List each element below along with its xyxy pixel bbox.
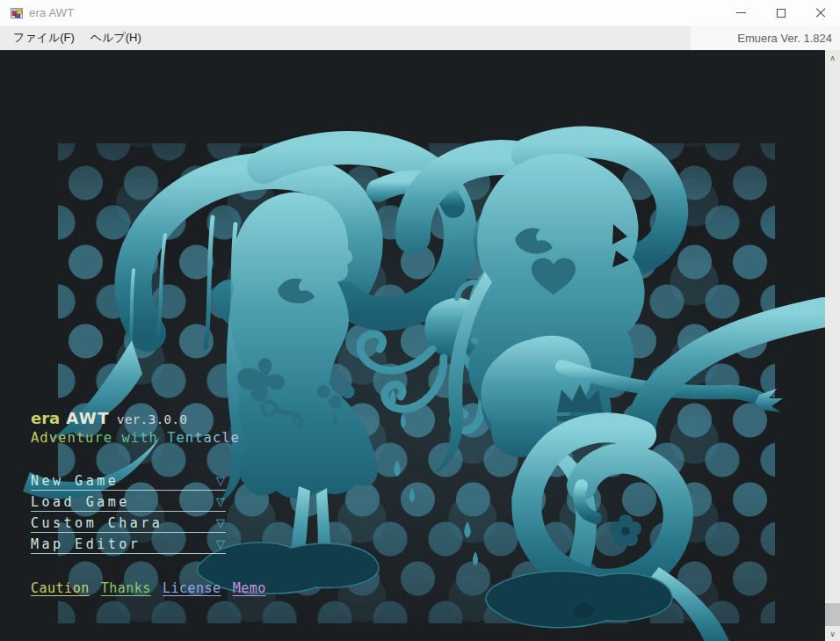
main-menu: New Game ▽ Load Game ▽ Custom Chara ▽ Ma… bbox=[31, 472, 226, 557]
close-button[interactable] bbox=[800, 0, 840, 25]
menu-underline bbox=[31, 532, 226, 533]
scroll-up-icon: ∧ bbox=[829, 54, 836, 62]
menu-bar: ファイル(F) ヘルプ(H) Emuera Ver. 1.824 bbox=[0, 25, 840, 50]
close-icon bbox=[815, 8, 826, 18]
scroll-up-button[interactable]: ∧ bbox=[825, 50, 840, 65]
scroll-down-icon: ∨ bbox=[829, 630, 836, 638]
link-memo[interactable]: Memo bbox=[233, 580, 266, 596]
menu-underline bbox=[31, 511, 226, 512]
link-thanks[interactable]: Thanks bbox=[101, 580, 151, 596]
menu-link-map-editor[interactable]: Map Editor ▽ bbox=[31, 535, 226, 557]
maximize-icon bbox=[777, 9, 786, 18]
menu-link-custom-chara[interactable]: Custom Chara ▽ bbox=[31, 514, 226, 535]
minimize-icon bbox=[736, 12, 746, 13]
version-label: Emuera Ver. 1.824 bbox=[691, 25, 840, 50]
menu-underline bbox=[31, 553, 226, 554]
menu-link-load-game[interactable]: Load Game ▽ bbox=[31, 493, 226, 514]
footer-links: CautionThanksLicenseMemo bbox=[31, 580, 278, 596]
window-controls bbox=[721, 0, 840, 25]
dropdown-triangle-icon: ▽ bbox=[216, 516, 225, 529]
menu-link-new-game[interactable]: New Game ▽ bbox=[31, 472, 226, 493]
title-bar: era AWT bbox=[0, 0, 840, 25]
dropdown-triangle-icon: ▽ bbox=[216, 474, 225, 487]
vertical-scrollbar[interactable]: ∧ ∨ bbox=[825, 50, 840, 641]
game-text-layer: eraAWTver.3.0.0 Adventure with Tentacle … bbox=[0, 50, 825, 641]
game-logo: eraAWTver.3.0.0 bbox=[31, 409, 187, 427]
menu-underline bbox=[31, 490, 226, 491]
dropdown-triangle-icon: ▽ bbox=[216, 537, 225, 550]
scroll-down-button[interactable]: ∨ bbox=[825, 626, 840, 641]
link-caution[interactable]: Caution bbox=[31, 580, 90, 596]
maximize-button[interactable] bbox=[761, 0, 800, 25]
menu-help[interactable]: ヘルプ(H) bbox=[83, 25, 149, 50]
menu-file[interactable]: ファイル(F) bbox=[5, 25, 83, 50]
logo-version: ver.3.0.0 bbox=[117, 412, 187, 426]
logo-awt: AWT bbox=[66, 409, 110, 427]
app-window: era AWT ファイル(F) ヘルプ(H) Emuera Ver. 1.824 bbox=[0, 0, 840, 641]
game-subtitle: Adventure with Tentacle bbox=[31, 430, 240, 446]
window-title: era AWT bbox=[29, 6, 74, 19]
game-canvas: eraAWTver.3.0.0 Adventure with Tentacle … bbox=[0, 50, 825, 641]
scrollbar-thumb[interactable] bbox=[825, 603, 840, 626]
dropdown-triangle-icon: ▽ bbox=[216, 495, 225, 508]
link-license[interactable]: License bbox=[163, 580, 221, 596]
app-icon bbox=[10, 6, 24, 20]
minimize-button[interactable] bbox=[721, 0, 761, 25]
logo-era: era bbox=[31, 409, 60, 427]
